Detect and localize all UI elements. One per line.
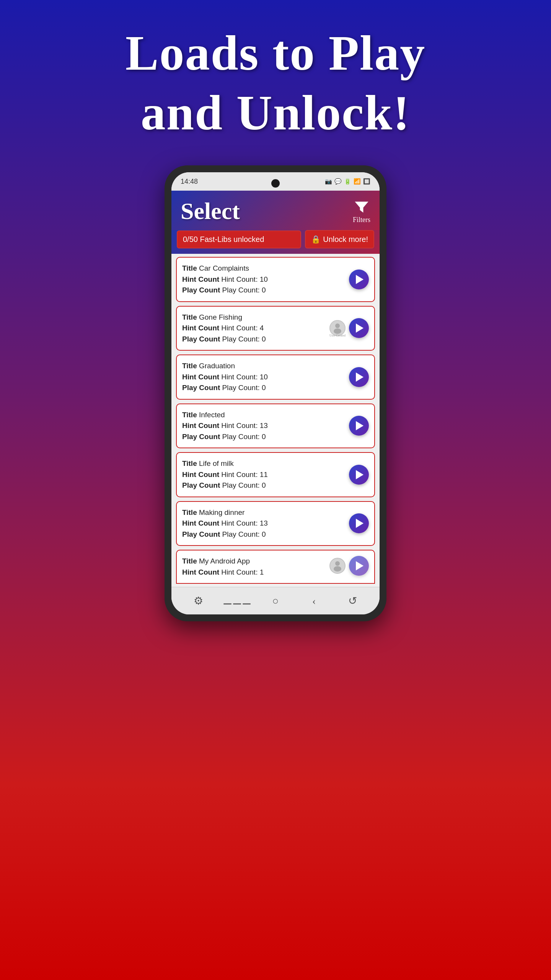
svg-point-3 [334, 328, 341, 334]
nav-recents-button[interactable]: ⚊⚊⚊ [227, 591, 246, 611]
item-hint-row: Hint Count Hint Count: 11 [182, 469, 349, 480]
list-item: Title Infected Hint Count Hint Count: 13… [176, 403, 375, 449]
list-item: Title Car Complaints Hint Count Hint Cou… [176, 257, 375, 302]
play-triangle-icon [356, 421, 364, 430]
svg-point-2 [335, 323, 340, 328]
item-info: Title Graduation Hint Count Hint Count: … [182, 361, 349, 394]
hint-count-label: Hint Count [182, 421, 219, 430]
play-count-value: Play Count: 0 [222, 335, 266, 343]
camera-notch [271, 179, 280, 188]
play-button[interactable] [349, 318, 369, 338]
item-actions [329, 556, 369, 576]
item-title-row: Title My Android App [182, 556, 329, 567]
svg-text:User Created: User Created [329, 334, 346, 336]
item-play-row: Play Count Play Count: 0 [182, 334, 329, 345]
item-title-row: Title Gone Fishing [182, 312, 329, 323]
hint-count-label: Hint Count [182, 324, 219, 332]
play-button[interactable] [349, 367, 369, 387]
item-info: Title Life of milk Hint Count Hint Count… [182, 458, 349, 491]
item-title-row: Title Making dinner [182, 507, 349, 518]
item-title-value: Gone Fishing [199, 313, 242, 321]
play-triangle-icon [356, 275, 364, 284]
list-item: Title Gone Fishing Hint Count Hint Count… [176, 306, 375, 351]
hint-count-label: Hint Count [182, 275, 219, 283]
app-header: Select Filters [171, 191, 380, 230]
item-title-value: Graduation [199, 362, 235, 370]
play-count-value: Play Count: 0 [222, 286, 266, 294]
refresh-icon: ↺ [348, 595, 357, 607]
hint-count-value: Hint Count: 11 [221, 470, 267, 479]
hint-count-value: Hint Count: 10 [221, 373, 267, 381]
item-title-row: Title Graduation [182, 361, 349, 372]
item-info: Title Car Complaints Hint Count Hint Cou… [182, 263, 349, 296]
play-count-value: Play Count: 0 [222, 481, 266, 489]
hint-count-label: Hint Count [182, 373, 219, 381]
svg-marker-0 [355, 202, 368, 213]
item-actions [349, 367, 369, 387]
item-hint-row: Hint Count Hint Count: 13 [182, 420, 349, 431]
item-play-row: Play Count Play Count: 0 [182, 285, 349, 296]
item-title-value: Life of milk [199, 459, 234, 467]
title-label: Title [182, 459, 197, 467]
item-title-value: Making dinner [199, 508, 245, 516]
item-actions: User Created [329, 318, 369, 338]
list-item: Title Life of milk Hint Count Hint Count… [176, 452, 375, 497]
item-title-value: My Android App [199, 557, 250, 565]
item-info: Title Gone Fishing Hint Count Hint Count… [182, 312, 329, 345]
play-triangle-icon [356, 561, 364, 570]
item-info: Title My Android App Hint Count Hint Cou… [182, 556, 329, 578]
play-button[interactable] [349, 416, 369, 436]
list-item-partial: Title My Android App Hint Count Hint Cou… [176, 550, 375, 584]
play-count-value: Play Count: 0 [222, 530, 266, 538]
play-count-label: Play Count [182, 384, 220, 392]
user-created-icon: User Created [329, 320, 346, 336]
play-count-label: Play Count [182, 530, 220, 538]
item-title-value: Car Complaints [199, 264, 249, 272]
svg-point-7 [335, 561, 340, 566]
play-count-value: Play Count: 0 [222, 384, 266, 392]
phone-frame: 14:48 📷 💬 🔋 📶 🔲 Select Filters 0/50 Fast… [165, 165, 386, 621]
play-triangle-icon [356, 470, 364, 479]
unlock-bar: 0/50 Fast-Libs unlocked 🔒 Unlock more! [171, 230, 380, 254]
hint-count-value: Hint Count: 1 [221, 568, 264, 576]
unlock-more-button[interactable]: 🔒 Unlock more! [305, 230, 374, 248]
hint-count-value: Hint Count: 10 [221, 275, 267, 283]
play-count-value: Play Count: 0 [222, 433, 266, 441]
bottom-nav: ⚙ ⚊⚊⚊ ○ ‹ ↺ [171, 587, 380, 614]
item-actions [349, 416, 369, 436]
item-actions [349, 513, 369, 533]
play-count-label: Play Count [182, 433, 220, 441]
hint-count-label: Hint Count [182, 568, 219, 576]
play-button[interactable] [349, 465, 369, 485]
item-title-row: Title Life of milk [182, 458, 349, 469]
play-count-label: Play Count [182, 286, 220, 294]
hint-count-value: Hint Count: 13 [221, 519, 267, 527]
nav-back-button[interactable]: ‹ [305, 591, 324, 611]
item-title-row: Title Infected [182, 410, 349, 421]
play-button[interactable] [349, 513, 369, 533]
recents-icon: ⚊⚊⚊ [223, 595, 251, 607]
back-icon: ‹ [312, 595, 316, 607]
user-created-icon [329, 557, 346, 574]
filter-label: Filters [353, 216, 370, 224]
filter-button[interactable]: Filters [353, 198, 370, 224]
hint-count-value: Hint Count: 4 [221, 324, 264, 332]
play-button[interactable] [349, 270, 369, 289]
status-icons: 📷 💬 🔋 📶 🔲 [325, 178, 370, 185]
hint-count-label: Hint Count [182, 470, 219, 479]
nav-home-button[interactable]: ○ [266, 591, 285, 611]
title-label: Title [182, 264, 197, 272]
unlock-more-label: Unlock more! [323, 235, 368, 244]
hint-count-label: Hint Count [182, 519, 219, 527]
item-title-value: Infected [199, 411, 225, 419]
play-button[interactable] [349, 556, 369, 576]
lock-icon: 🔒 [311, 235, 321, 244]
item-play-row: Play Count Play Count: 0 [182, 529, 349, 540]
app-title: Select [181, 198, 240, 225]
nav-refresh-button[interactable]: ↺ [343, 591, 362, 611]
nav-settings-button[interactable]: ⚙ [189, 591, 208, 611]
item-hint-row: Hint Count Hint Count: 1 [182, 567, 329, 578]
play-triangle-icon [356, 519, 364, 528]
svg-point-8 [334, 566, 341, 572]
item-hint-row: Hint Count Hint Count: 10 [182, 372, 349, 383]
